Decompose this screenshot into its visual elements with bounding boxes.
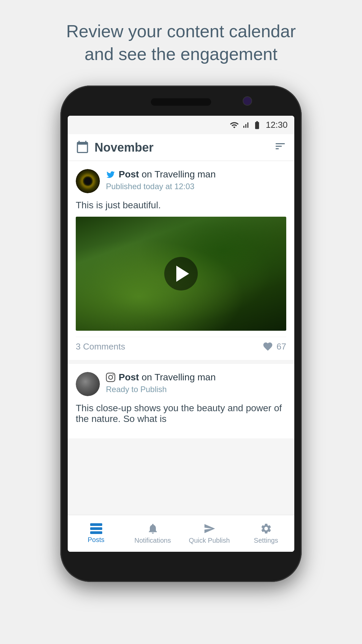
status-time: 12:30 <box>266 120 288 130</box>
post-title-line-1: Post on Travelling man <box>106 169 286 180</box>
phone-camera <box>243 96 252 106</box>
status-bar: 12:30 <box>68 116 294 134</box>
phone-screen: 12:30 November <box>68 116 294 552</box>
nav-notifications-label: Notifications <box>134 537 171 544</box>
play-button[interactable] <box>164 257 198 290</box>
posts-icon <box>90 523 102 534</box>
calendar-icon <box>76 140 89 155</box>
post-card-1[interactable]: Post on Travelling man Published today a… <box>68 161 294 360</box>
nav-posts[interactable]: Posts <box>68 515 124 552</box>
nav-notifications[interactable]: Notifications <box>124 515 181 552</box>
post-header-2: Post on Travelling man Ready to Publish <box>76 372 286 396</box>
post-meta-1: Post on Travelling man Published today a… <box>106 169 286 191</box>
post-card-2[interactable]: Post on Travelling man Ready to Publish … <box>68 364 294 438</box>
nav-settings[interactable]: Settings <box>238 515 294 552</box>
bottom-nav: Posts Notifications Quick Publish <box>68 515 294 552</box>
page-header: Review your content calendar and see the… <box>0 0 362 79</box>
nav-settings-label: Settings <box>254 537 278 544</box>
instagram-icon <box>106 373 115 382</box>
post-footer-1: 3 Comments 67 <box>76 337 286 352</box>
page-heading: Review your content calendar and see the… <box>13 20 349 65</box>
nav-posts-label: Posts <box>87 536 104 544</box>
post-image-1[interactable] <box>76 217 286 331</box>
post-text-1: This is just beautiful. <box>76 200 286 211</box>
post-header-1: Post on Travelling man Published today a… <box>76 169 286 193</box>
likes-count: 67 <box>277 341 286 352</box>
likes-wrap[interactable]: 67 <box>262 341 286 352</box>
avatar-stone <box>76 372 100 396</box>
post-title-2: Post on Travelling man <box>119 372 216 383</box>
filter-icon[interactable] <box>274 140 286 155</box>
send-icon <box>203 523 216 535</box>
nav-quick-publish-label: Quick Publish <box>189 537 230 544</box>
app-header: November <box>68 134 294 161</box>
status-icons <box>230 120 262 130</box>
bell-icon <box>147 523 159 535</box>
play-triangle-icon <box>176 266 189 282</box>
settings-icon <box>260 523 272 535</box>
phone-speaker <box>151 98 211 106</box>
post-subtitle-2: Ready to Publish <box>106 385 286 394</box>
twitter-icon <box>106 170 115 179</box>
scroll-content: Post on Travelling man Published today a… <box>68 161 294 515</box>
signal-icon <box>242 121 250 129</box>
header-month: November <box>95 141 274 155</box>
post-meta-2: Post on Travelling man Ready to Publish <box>106 372 286 394</box>
post-subtitle-1: Published today at 12:03 <box>106 182 286 191</box>
post-title-1: Post on Travelling man <box>119 169 216 180</box>
phone-body: 12:30 November <box>60 86 302 582</box>
post-text-2: This close-up shows you the beauty and p… <box>76 403 286 424</box>
nav-quick-publish[interactable]: Quick Publish <box>181 515 238 552</box>
post-avatar-1 <box>76 169 100 193</box>
phone-mockup: 12:30 November <box>60 86 302 582</box>
comments-count[interactable]: 3 Comments <box>76 341 125 352</box>
post-avatar-2 <box>76 372 100 396</box>
battery-icon <box>252 120 262 130</box>
post-image-inner <box>76 217 286 331</box>
post-title-line-2: Post on Travelling man <box>106 372 286 383</box>
wifi-icon <box>230 120 239 130</box>
heart-icon <box>262 341 273 352</box>
avatar-eye <box>76 169 100 193</box>
